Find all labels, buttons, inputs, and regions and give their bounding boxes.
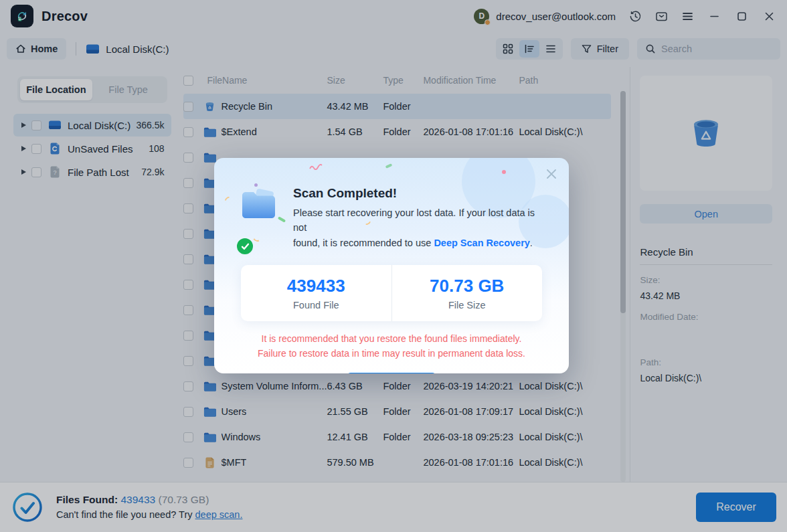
deep-scan-recovery-link[interactable]: Deep Scan Recovery [434, 238, 529, 248]
go-to-recover-button[interactable]: Go to Recover [347, 373, 437, 373]
scan-folder-icon [240, 189, 282, 250]
found-file-count: 439433 [287, 276, 345, 296]
file-size-total: 70.73 GB [430, 276, 504, 296]
modal-warning: It is recommended that you restore the f… [214, 332, 569, 361]
check-circle-icon [236, 237, 254, 256]
modal-description: Please start recovering your lost data. … [293, 205, 542, 250]
app-window: Drecov D drecov_user@outlook.com [0, 0, 787, 532]
scan-stats-card: 439433 Found File 70.73 GB File Size [241, 265, 542, 321]
file-size-label: File Size [448, 300, 486, 311]
scan-completed-modal: Scan Completed! Please start recovering … [214, 158, 569, 373]
found-file-label: Found File [293, 300, 339, 311]
modal-title: Scan Completed! [293, 186, 542, 201]
